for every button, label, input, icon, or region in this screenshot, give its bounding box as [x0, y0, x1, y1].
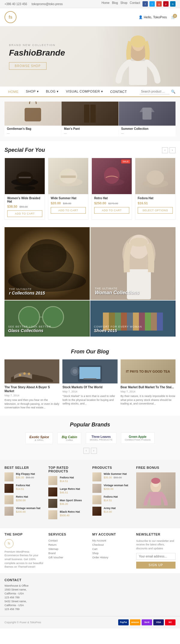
- account-link-cart[interactable]: Cart: [92, 548, 132, 551]
- copyright-text: Copyright © Puxer & TokoPres: [4, 621, 41, 624]
- nav-home[interactable]: HOME: [4, 87, 22, 97]
- collection-shoes[interactable]: COMFORT FOR EVERY WOMAN Shoes 2015: [90, 301, 176, 337]
- pinterest-icon[interactable]: p: [163, 1, 169, 7]
- top-rated-price-3: $36.20: [60, 502, 68, 505]
- brands-prev-button[interactable]: ‹: [83, 448, 89, 454]
- user-greeting: 👤 Hello, TokoPres: [139, 15, 167, 19]
- blog-excerpt-3: By their nature, it is nearly impossible…: [121, 394, 176, 406]
- products-item-3[interactable]: Fedora Hat $14.51: [92, 495, 132, 504]
- category-bag[interactable]: Gentleman's Bag ---: [4, 102, 61, 136]
- linkedin-icon[interactable]: in: [170, 1, 176, 7]
- clothes-label: Summer Collection: [119, 126, 176, 132]
- top-rated-item-4[interactable]: Black Retro Hat $500.40: [48, 510, 88, 519]
- search-icon[interactable]: 🔍: [171, 90, 176, 94]
- products-thumb-2: [92, 484, 101, 493]
- top-nav-home[interactable]: Home: [101, 1, 110, 7]
- brands-next-button[interactable]: ›: [91, 448, 97, 454]
- bestseller-item-3[interactable]: Retro Hat $250.00: [4, 495, 44, 504]
- products-item-1[interactable]: Wide Summer Hat $35.00 $55.00: [92, 472, 132, 481]
- nav-contact[interactable]: CONTACT: [106, 87, 130, 96]
- top-nav-contact[interactable]: Contact: [130, 1, 140, 7]
- add-to-cart-3[interactable]: ADD TO CART: [94, 207, 129, 214]
- bestseller-item-1[interactable]: Big Floppy Hat $35.00 $55.00: [4, 472, 44, 481]
- hat4-illustration: [135, 158, 175, 194]
- brand-three-leaves[interactable]: Three Leaves MODEL PRODUCTS: [86, 432, 116, 444]
- product-card-4: Fedora Hat $16.51 SELECT OPTIONS: [135, 158, 176, 220]
- add-to-cart-2[interactable]: ADD TO CART: [51, 207, 86, 214]
- service-link-contact[interactable]: Contact: [48, 539, 88, 542]
- blog-post-2[interactable]: Stock Markets Of The World May 7, 2014 "…: [62, 359, 117, 410]
- products-item-4[interactable]: Army Hat $14.00: [92, 507, 132, 516]
- brand-green-apple[interactable]: Green Apple Certified Fresh Products: [121, 432, 154, 444]
- newsletter-signup-button[interactable]: SIGN UP: [136, 562, 176, 569]
- brand-three-leaves-name: Three Leaves: [90, 435, 112, 438]
- nav-visual-composer[interactable]: VISUAL COMPOSER ▾: [62, 87, 107, 96]
- collection-woman-title: Woman Collections: [95, 290, 139, 295]
- service-link-sitemap[interactable]: Sitemap: [48, 548, 88, 551]
- next-button[interactable]: ›: [170, 147, 176, 153]
- bestseller-item-4[interactable]: Vintage woman hat $200.00: [4, 507, 44, 516]
- products-name-3: Fedora Hat: [104, 495, 118, 498]
- logo[interactable]: fs: [4, 11, 16, 23]
- blog-post-3[interactable]: IT PAYS TO BUY GOOD TEA Bear Market Bull…: [121, 359, 176, 410]
- top-nav-shop[interactable]: Shop: [120, 1, 127, 7]
- bag-label: Gentleman's Bag: [4, 126, 61, 132]
- service-link-brand[interactable]: Brand: [48, 552, 88, 555]
- prev-button[interactable]: ‹: [162, 147, 168, 153]
- account-link-order-history[interactable]: Order History: [92, 556, 132, 559]
- product-price-1: $38.50: [7, 205, 17, 208]
- blog-date-1: May 7, 2014: [4, 394, 59, 397]
- add-to-cart-1[interactable]: ADD TO CART: [7, 210, 42, 217]
- services-column: SERVICES Contact Return Sitemap Brand Gi…: [48, 533, 88, 569]
- products-price-2: $200.00: [104, 487, 114, 490]
- service-link-return[interactable]: Return: [48, 543, 88, 546]
- hat1-illustration: [5, 158, 45, 194]
- newsletter-email-input[interactable]: [136, 553, 176, 560]
- bestseller-thumb-1: [4, 472, 14, 481]
- blog-title-2: Stock Markets Of The World: [62, 383, 117, 390]
- account-link-shop[interactable]: Shop: [92, 552, 132, 555]
- svg-rect-11: [61, 175, 76, 178]
- top-rated-item-2[interactable]: Large Retro Hat $46.51: [48, 487, 88, 496]
- brand-exotic-spice[interactable]: Exotic Spice & GRILL: [26, 432, 53, 444]
- category-clothes[interactable]: Summer Collection ---: [119, 102, 176, 136]
- account-link-checkout[interactable]: Checkout: [92, 543, 132, 546]
- products-item-2[interactable]: Vintage woman hat $200.00: [92, 484, 132, 493]
- the-shop-desc: Premium WordPress Ecommerce themes for y…: [4, 550, 44, 569]
- nav-search-container: 🔍: [140, 89, 176, 94]
- top-nav-blog[interactable]: Blog: [112, 1, 118, 7]
- nav-blog[interactable]: BLOG ▾: [42, 87, 62, 96]
- google-plus-icon[interactable]: g: [156, 1, 162, 7]
- facebook-icon[interactable]: f: [142, 1, 148, 7]
- contact-phone2: 123 456 789: [4, 608, 176, 611]
- brand-three-leaves-sub: MODEL PRODUCTS: [90, 438, 112, 441]
- top-rated-info-3: Man Sport Shoes $36.20: [60, 499, 82, 505]
- select-options-4[interactable]: SELECT OPTIONS: [138, 207, 173, 214]
- bestseller-column: BEST SELLER Big Floppy Hat $35.00 $55.00…: [4, 466, 44, 522]
- blog-excerpt-1: Every now and then you hear on the telev…: [4, 398, 59, 410]
- brand-big-cabin[interactable]: Big Cabin Coffee: [57, 432, 81, 444]
- nav-shop[interactable]: SHOP ▾: [22, 87, 42, 96]
- bestseller-item-2[interactable]: Fedora Hat $14.51: [4, 484, 44, 493]
- collection-glass[interactable]: SEE BETTER LOOK BETTER Glass Collections: [4, 301, 90, 337]
- top-rated-item-3[interactable]: Man Sport Shoes $36.20: [48, 499, 88, 508]
- top-rated-info-2: Large Retro Hat $46.51: [60, 487, 80, 494]
- top-rated-item-1[interactable]: Fedora Hat $14.51: [48, 476, 88, 485]
- collection-woman[interactable]: THE ULTIMATE Woman Collections: [90, 227, 176, 300]
- clothes-illustration: [136, 102, 158, 126]
- collection-hat[interactable]: THE ULTIMATE r Collections 2015: [4, 227, 90, 300]
- contact-addr1: 1593 Street name,: [4, 588, 176, 591]
- bestseller-price-4: $200.00: [16, 510, 26, 513]
- search-input[interactable]: [140, 89, 170, 94]
- account-link-account[interactable]: My Account: [92, 539, 132, 542]
- blog-post-1[interactable]: The True Story About A Buyer S Market Ma…: [4, 359, 59, 410]
- footer-logo[interactable]: fs: [4, 539, 14, 548]
- cart-button[interactable]: 🛒3: [171, 15, 176, 19]
- product-card-2: Wide Summer Hat $20.00 $35.00 ADD TO CAR…: [48, 158, 88, 220]
- twitter-icon[interactable]: t: [149, 1, 155, 7]
- service-link-gift[interactable]: Gift Voucher: [48, 556, 88, 559]
- browse-shop-button[interactable]: BROWSE SHOP: [9, 62, 46, 70]
- header-right: 👤 Hello, TokoPres 🛒3: [139, 15, 176, 19]
- category-pants[interactable]: Man's Pant ---: [62, 102, 118, 136]
- hero-woman-illustration: [108, 26, 168, 87]
